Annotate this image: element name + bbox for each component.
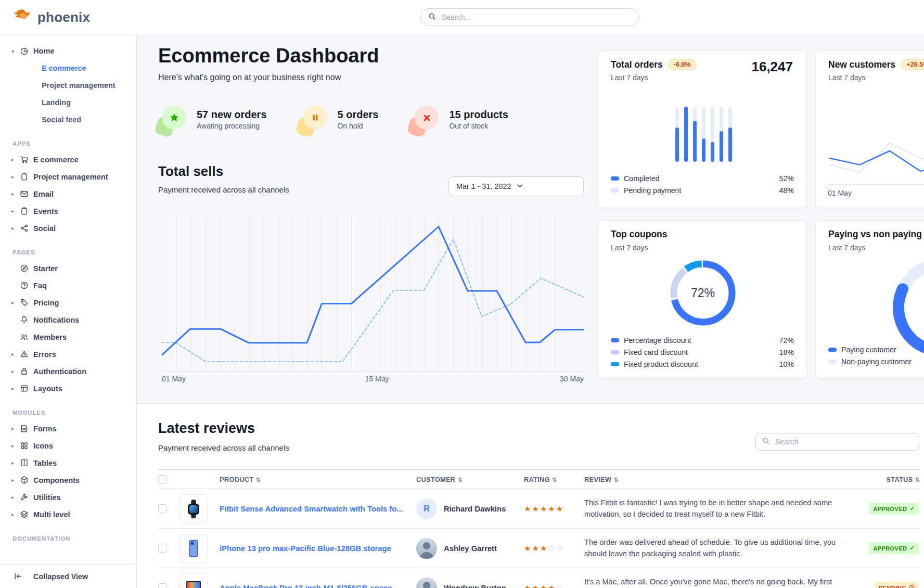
product-link[interactable]: Fitbit Sense Advanced Smartwatch with To… [220, 505, 416, 513]
sidebar-item-project-management[interactable]: ▸Project management [0, 168, 136, 185]
sidebar-item-label: Events [33, 207, 58, 215]
search-input[interactable] [441, 12, 631, 22]
sidebar-item-label: Authentication [33, 367, 86, 376]
select-all-checkbox[interactable] [158, 475, 167, 484]
sidebar-item-faq[interactable]: Faq [0, 277, 136, 294]
stat-text: 57 new ordersAwating processing [197, 108, 267, 130]
column-header-product[interactable]: PRODUCT⇅ [220, 476, 416, 483]
page-title: Ecommerce Dashboard [158, 45, 379, 67]
column-header-customer[interactable]: CUSTOMER⇅ [416, 476, 524, 483]
column-header-label: STATUS [886, 476, 913, 483]
row-checkbox[interactable] [158, 583, 167, 588]
sidebar-item-forms[interactable]: ▸Forms [0, 420, 136, 437]
lock-icon [20, 367, 33, 376]
column-header-rating[interactable]: RATING⇅ [524, 476, 584, 483]
section-divider [158, 151, 584, 151]
columns-icon [20, 458, 33, 467]
sidebar-item-tables[interactable]: ▸Tables [0, 454, 136, 471]
date-range-select[interactable]: Mar 1 - 31, 2022 [448, 176, 584, 196]
sidebar-section-label: APPS [12, 140, 136, 147]
legend-swatch [611, 362, 619, 366]
total-orders-card: Total orders-6.8% Last 7 days 16,247 Com… [598, 50, 807, 208]
file-icon [20, 424, 33, 433]
product-link[interactable]: Apple MacBook Pro 13 inch-M1-8/256GB-spa… [220, 584, 416, 588]
legend-swatch [611, 338, 619, 342]
sidebar-item-components[interactable]: ▸Components [0, 471, 136, 489]
sidebar-item-authentication[interactable]: ▸Authentication [0, 363, 136, 380]
sidebar-item-layouts[interactable]: ▸Layouts [0, 380, 136, 397]
sidebar-item-social[interactable]: ▸Social [0, 220, 136, 237]
bar-fill [711, 142, 714, 162]
column-header-status[interactable]: STATUS⇅ [863, 476, 920, 483]
global-search [420, 8, 639, 26]
sidebar-subitem-project-management[interactable]: Project management [0, 76, 136, 94]
sidebar-subitem-e-commerce[interactable]: E commerce [0, 59, 136, 76]
caret-right-icon: ▸ [11, 443, 20, 449]
caret-right-icon: ▸ [11, 512, 20, 517]
product-image-macbook [179, 573, 208, 588]
question-icon [20, 281, 33, 290]
sidebar-item-members[interactable]: Members [0, 328, 136, 346]
sidebar-item-notifications[interactable]: Notifications [0, 311, 136, 328]
donut-center-label: 72% [664, 254, 742, 332]
row-checkbox-cell [158, 583, 179, 588]
reviews-search-input[interactable] [774, 437, 913, 446]
status-badge: PENDING [875, 582, 919, 588]
bar-fill [675, 127, 679, 162]
brand-logo[interactable]: phoenix [14, 8, 90, 26]
stat-text: 5 ordersOn hold [338, 108, 379, 130]
status-badge: APPROVED✓ [869, 503, 919, 515]
sidebar-item-icons[interactable]: ▸Icons [0, 437, 136, 454]
product-thumb-cell [179, 573, 220, 588]
caret-right-icon: ▸ [11, 225, 20, 231]
legend-swatch [611, 176, 619, 181]
status-badge: APPROVED✓ [869, 542, 919, 554]
collapse-view-label: Collapsed View [33, 572, 88, 581]
sidebar-item-label: Multi level [33, 510, 70, 519]
sidebar-item-home[interactable]: ▾Home [0, 43, 136, 59]
review-row: Fitbit Sense Advanced Smartwatch with To… [158, 489, 920, 529]
caret-right-icon: ▸ [11, 426, 20, 431]
check-icon: ✓ [909, 545, 915, 552]
sidebar-item-events[interactable]: ▸Events [0, 202, 136, 220]
date-range-value: Mar 1 - 31, 2022 [456, 182, 516, 190]
bar-fill [728, 127, 732, 162]
legend-value: 10% [779, 360, 794, 368]
sidebar-subitem-social-feed[interactable]: Social feed [0, 111, 136, 128]
pause-icon [299, 105, 328, 134]
customer-name: Ashley Garrett [444, 544, 497, 553]
stat-value: 15 products [449, 108, 508, 121]
x-axis-label: 01 May [828, 189, 852, 197]
row-checkbox[interactable] [158, 504, 167, 513]
card-subtitle: Last 7 days [611, 244, 648, 252]
column-header-review[interactable]: REVIEW⇅ [584, 476, 863, 483]
legend-label: Pending payment [624, 186, 779, 195]
stat-label: On hold [338, 122, 379, 130]
column-header-label: REVIEW [584, 476, 611, 483]
sidebar-item-utilities[interactable]: ▸Utilities [0, 489, 136, 506]
product-link[interactable]: iPhone 13 pro max-Pacific Blue-128GB sto… [220, 544, 416, 553]
mail-icon [20, 189, 33, 198]
stat-value: 5 orders [338, 108, 379, 121]
sidebar-item-label: E commerce [33, 156, 79, 164]
legend-label: Percentage discount [624, 336, 779, 344]
sidebar-item-email[interactable]: ▸Email [0, 185, 136, 202]
sidebar-item-multi-level[interactable]: ▸Multi level [0, 506, 136, 523]
legend-item-non-paying-customer: Non-paying customer [828, 357, 924, 366]
stat-circle [162, 106, 186, 130]
sidebar-collapse-toggle[interactable]: Collapsed View [0, 564, 136, 588]
sidebar-item-e-commerce[interactable]: ▸E commerce [0, 151, 136, 168]
rating-stars: ★★★★☆ [524, 583, 584, 588]
sidebar-item-label: Utilities [33, 493, 61, 502]
sidebar-subitem-landing[interactable]: Landing [0, 94, 136, 111]
caret-right-icon: ▸ [11, 386, 20, 391]
row-checkbox[interactable] [158, 544, 167, 553]
star-filled-icons: ★★★ [524, 544, 548, 553]
product-cell: Fitbit Sense Advanced Smartwatch with To… [220, 505, 416, 513]
column-header-label: RATING [524, 476, 550, 483]
sidebar-item-errors[interactable]: ▸Errors [0, 346, 136, 363]
sidebar-item-starter[interactable]: Starter [0, 260, 136, 277]
legend-swatch [828, 348, 837, 352]
sidebar-item-pricing[interactable]: ▸Pricing [0, 294, 136, 311]
sidebar-item-label: Social [33, 224, 56, 233]
